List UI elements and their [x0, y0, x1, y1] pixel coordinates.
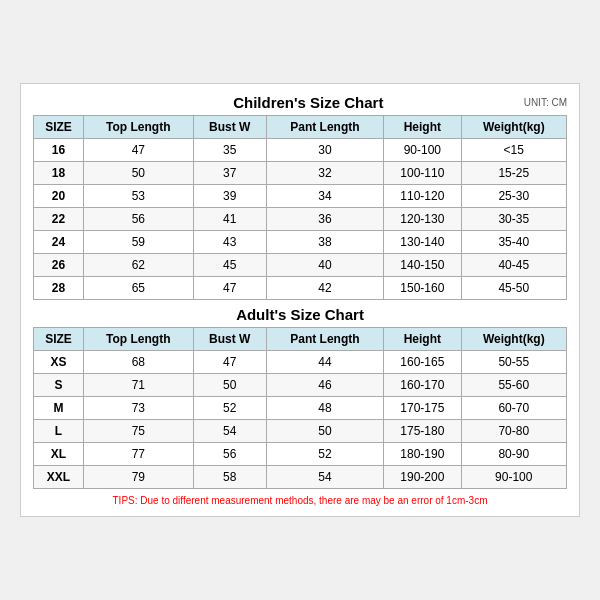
children-header-row: SIZE Top Length Bust W Pant Length Heigh… — [34, 116, 567, 139]
adult-table-row: S715046160-17055-60 — [34, 374, 567, 397]
children-table-row: 28654742150-16045-50 — [34, 277, 567, 300]
children-cell: <15 — [461, 139, 566, 162]
adult-cell: 90-100 — [461, 466, 566, 489]
children-cell: 35-40 — [461, 231, 566, 254]
adult-cell: M — [34, 397, 84, 420]
children-cell: 59 — [84, 231, 194, 254]
adult-title-row: Adult's Size Chart — [33, 306, 567, 323]
children-cell: 100-110 — [384, 162, 461, 185]
adult-cell: 48 — [266, 397, 383, 420]
children-cell: 43 — [193, 231, 266, 254]
children-cell: 24 — [34, 231, 84, 254]
adult-cell: 77 — [84, 443, 194, 466]
children-cell: 65 — [84, 277, 194, 300]
tips-text: TIPS: Due to different measurement metho… — [33, 495, 567, 506]
adult-header-row: SIZE Top Length Bust W Pant Length Heigh… — [34, 328, 567, 351]
children-cell: 40 — [266, 254, 383, 277]
col-header-size: SIZE — [34, 116, 84, 139]
adult-table-row: L755450175-18070-80 — [34, 420, 567, 443]
children-cell: 18 — [34, 162, 84, 185]
children-cell: 30 — [266, 139, 383, 162]
children-table-row: 18503732100-11015-25 — [34, 162, 567, 185]
adult-section-title: Adult's Size Chart — [236, 306, 364, 323]
adult-cell: 175-180 — [384, 420, 461, 443]
adult-table-row: XXL795854190-20090-100 — [34, 466, 567, 489]
children-table-row: 20533934110-12025-30 — [34, 185, 567, 208]
col-header-bust-w-adult: Bust W — [193, 328, 266, 351]
children-cell: 39 — [193, 185, 266, 208]
col-header-pant-length-adult: Pant Length — [266, 328, 383, 351]
col-header-top-length: Top Length — [84, 116, 194, 139]
adult-cell: 75 — [84, 420, 194, 443]
adult-cell: XXL — [34, 466, 84, 489]
adult-cell: 44 — [266, 351, 383, 374]
col-header-bust-w: Bust W — [193, 116, 266, 139]
adult-cell: 46 — [266, 374, 383, 397]
adult-cell: 80-90 — [461, 443, 566, 466]
children-cell: 53 — [84, 185, 194, 208]
children-cell: 34 — [266, 185, 383, 208]
children-cell: 25-30 — [461, 185, 566, 208]
adult-cell: 55-60 — [461, 374, 566, 397]
children-cell: 40-45 — [461, 254, 566, 277]
chart-container: Children's Size Chart UNIT: CM SIZE Top … — [20, 83, 580, 517]
children-cell: 56 — [84, 208, 194, 231]
children-cell: 32 — [266, 162, 383, 185]
adult-cell: 68 — [84, 351, 194, 374]
adult-cell: S — [34, 374, 84, 397]
children-cell: 41 — [193, 208, 266, 231]
col-header-pant-length: Pant Length — [266, 116, 383, 139]
adult-cell: 52 — [266, 443, 383, 466]
children-title-row: Children's Size Chart UNIT: CM — [33, 94, 567, 111]
adult-cell: 50 — [266, 420, 383, 443]
children-cell: 110-120 — [384, 185, 461, 208]
col-header-top-length-adult: Top Length — [84, 328, 194, 351]
adult-cell: XL — [34, 443, 84, 466]
adult-cell: 50-55 — [461, 351, 566, 374]
children-cell: 15-25 — [461, 162, 566, 185]
adult-cell: 52 — [193, 397, 266, 420]
adult-cell: 70-80 — [461, 420, 566, 443]
children-table: SIZE Top Length Bust W Pant Length Heigh… — [33, 115, 567, 300]
children-table-row: 26624540140-15040-45 — [34, 254, 567, 277]
children-cell: 42 — [266, 277, 383, 300]
adult-table: SIZE Top Length Bust W Pant Length Heigh… — [33, 327, 567, 489]
children-cell: 140-150 — [384, 254, 461, 277]
adult-cell: 190-200 — [384, 466, 461, 489]
children-cell: 120-130 — [384, 208, 461, 231]
children-table-row: 24594338130-14035-40 — [34, 231, 567, 254]
children-cell: 150-160 — [384, 277, 461, 300]
children-cell: 38 — [266, 231, 383, 254]
adult-cell: 54 — [266, 466, 383, 489]
children-section-title: Children's Size Chart — [93, 94, 524, 111]
children-table-row: 1647353090-100<15 — [34, 139, 567, 162]
children-cell: 28 — [34, 277, 84, 300]
children-cell: 20 — [34, 185, 84, 208]
unit-label: UNIT: CM — [524, 97, 567, 108]
adult-cell: XS — [34, 351, 84, 374]
children-cell: 35 — [193, 139, 266, 162]
children-cell: 47 — [84, 139, 194, 162]
adult-cell: 58 — [193, 466, 266, 489]
adult-cell: 160-165 — [384, 351, 461, 374]
col-header-weight-adult: Weight(kg) — [461, 328, 566, 351]
col-header-height-adult: Height — [384, 328, 461, 351]
children-cell: 50 — [84, 162, 194, 185]
children-cell: 45 — [193, 254, 266, 277]
children-cell: 37 — [193, 162, 266, 185]
children-cell: 90-100 — [384, 139, 461, 162]
adult-cell: 56 — [193, 443, 266, 466]
adult-cell: 180-190 — [384, 443, 461, 466]
children-cell: 26 — [34, 254, 84, 277]
children-cell: 36 — [266, 208, 383, 231]
adult-table-row: M735248170-17560-70 — [34, 397, 567, 420]
adult-table-row: XL775652180-19080-90 — [34, 443, 567, 466]
children-cell: 62 — [84, 254, 194, 277]
adult-table-row: XS684744160-16550-55 — [34, 351, 567, 374]
adult-cell: 73 — [84, 397, 194, 420]
adult-cell: L — [34, 420, 84, 443]
children-cell: 22 — [34, 208, 84, 231]
adult-cell: 47 — [193, 351, 266, 374]
children-cell: 47 — [193, 277, 266, 300]
adult-cell: 71 — [84, 374, 194, 397]
